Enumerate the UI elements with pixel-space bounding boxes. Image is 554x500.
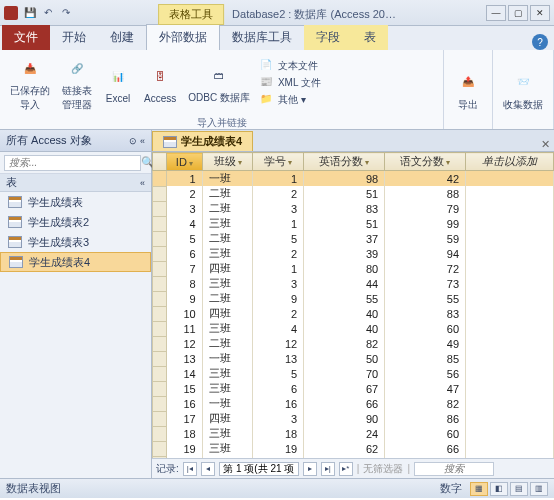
column-header[interactable]: 学号▾ [253,153,304,171]
cell[interactable] [466,291,554,306]
nav-category-tables[interactable]: 表 « [0,174,151,192]
cell[interactable]: 55 [385,291,466,306]
cell[interactable] [466,396,554,411]
nav-table-item[interactable]: 学生成绩表2 [0,212,151,232]
cell[interactable]: 83 [304,201,385,216]
cell[interactable]: 4 [253,321,304,336]
column-header[interactable]: 英语分数▾ [304,153,385,171]
cell[interactable]: 10 [167,306,203,321]
close-document-button[interactable]: ✕ [541,138,550,151]
cell[interactable]: 82 [385,396,466,411]
cell[interactable]: 三班 [202,366,253,381]
file-tab[interactable]: 文件 [2,25,50,50]
import-excel-button[interactable]: 📊Excel [100,61,136,106]
column-header[interactable]: 班级▾ [202,153,253,171]
cell[interactable] [466,216,554,231]
cell[interactable]: 四班 [202,306,253,321]
column-header[interactable]: ID▾ [167,153,203,171]
cell[interactable]: 60 [385,426,466,441]
linked-table-manager-button[interactable]: 🔗链接表 管理器 [58,52,96,114]
new-record-button[interactable]: ▸* [339,462,353,476]
cell[interactable]: 44 [304,276,385,291]
cell[interactable]: 三班 [202,441,253,456]
nav-table-item[interactable]: 学生成绩表3 [0,232,151,252]
cell[interactable] [466,171,554,187]
row-selector[interactable] [153,291,167,306]
cell[interactable]: 37 [304,231,385,246]
cell[interactable] [466,231,554,246]
row-selector[interactable] [153,441,167,456]
cell[interactable]: 79 [385,201,466,216]
chevron-down-icon[interactable]: ⊙ « [129,136,145,146]
import-odbc-button[interactable]: 🗃ODBC 数据库 [184,59,254,107]
row-selector[interactable] [153,201,167,216]
first-record-button[interactable]: |◂ [183,462,197,476]
cell[interactable]: 二班 [202,186,253,201]
cell[interactable] [466,306,554,321]
cell[interactable] [466,261,554,276]
cell[interactable]: 4 [167,216,203,231]
import-other-button[interactable]: 📁其他 ▾ [258,92,323,108]
cell[interactable]: 17 [167,411,203,426]
cell[interactable]: 2 [253,186,304,201]
cell[interactable]: 三班 [202,276,253,291]
cell[interactable]: 3 [253,411,304,426]
cell[interactable] [466,456,554,458]
nav-table-item[interactable]: 学生成绩表 [0,192,151,212]
cell[interactable]: 20 [253,456,304,458]
row-selector[interactable] [153,306,167,321]
cell[interactable]: 13 [167,351,203,366]
cell[interactable] [466,351,554,366]
cell[interactable]: 80 [304,261,385,276]
cell[interactable] [466,321,554,336]
row-selector[interactable] [153,351,167,366]
close-button[interactable]: ✕ [530,5,550,21]
last-record-button[interactable]: ▸| [321,462,335,476]
save-icon[interactable]: 💾 [22,5,38,21]
cell[interactable]: 1 [253,216,304,231]
row-selector[interactable] [153,366,167,381]
cell[interactable]: 36 [304,456,385,458]
cell[interactable]: 一班 [202,351,253,366]
row-selector[interactable] [153,336,167,351]
cell[interactable]: 四班 [202,411,253,426]
cell[interactable]: 82 [304,336,385,351]
cell[interactable]: 一班 [202,171,253,187]
cell[interactable]: 88 [385,186,466,201]
row-selector[interactable] [153,426,167,441]
cell[interactable] [466,411,554,426]
cell[interactable]: 二班 [202,231,253,246]
cell[interactable]: 47 [385,381,466,396]
row-selector[interactable] [153,381,167,396]
cell[interactable]: 20 [167,456,203,458]
datasheet-view-button[interactable]: ▦ [470,482,488,496]
cell[interactable]: 11 [167,321,203,336]
cell[interactable]: 7 [167,261,203,276]
restore-button[interactable]: ▢ [508,5,528,21]
cell[interactable]: 三班 [202,426,253,441]
cell[interactable]: 24 [304,426,385,441]
cell[interactable]: 39 [304,246,385,261]
cell[interactable]: 55 [304,291,385,306]
cell[interactable]: 85 [385,351,466,366]
chart-view-button[interactable]: ▥ [530,482,548,496]
row-selector[interactable] [153,276,167,291]
cell[interactable]: 67 [304,381,385,396]
cell[interactable]: 77 [385,456,466,458]
cell[interactable]: 6 [167,246,203,261]
cell[interactable] [466,441,554,456]
import-access-button[interactable]: 🗄Access [140,61,180,106]
cell[interactable]: 16 [167,396,203,411]
cell[interactable]: 40 [304,321,385,336]
row-selector[interactable] [153,321,167,336]
cell[interactable]: 19 [167,441,203,456]
cell[interactable]: 1 [253,261,304,276]
cell[interactable]: 5 [167,231,203,246]
cell[interactable]: 2 [167,186,203,201]
cell[interactable]: 三班 [202,246,253,261]
cell[interactable]: 51 [304,216,385,231]
row-selector[interactable] [153,231,167,246]
column-header[interactable]: 单击以添加 [466,153,554,171]
datasheet-search-input[interactable] [414,462,494,476]
document-tab[interactable]: 学生成绩表4 [152,131,253,151]
